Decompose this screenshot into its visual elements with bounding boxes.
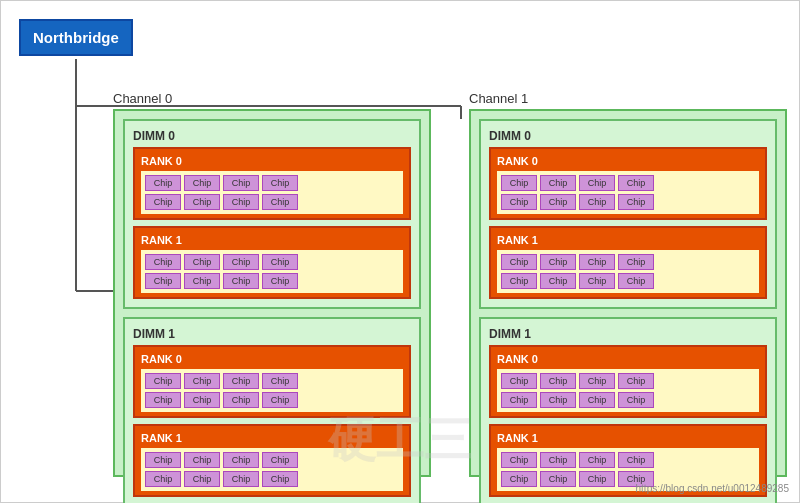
chip-row: Chip Chip Chip Chip xyxy=(501,194,755,210)
channel0-dimm0-rank1-label: RANK 1 xyxy=(141,234,403,246)
chip: Chip xyxy=(618,254,654,270)
chip: Chip xyxy=(184,452,220,468)
channel1-dimm1-rank0: RANK 0 Chip Chip Chip Chip Chip Chip Chi… xyxy=(489,345,767,418)
channel0-dimm1-rank0-label: RANK 0 xyxy=(141,353,403,365)
chip: Chip xyxy=(145,273,181,289)
channel1-dimm0-rank0: RANK 0 Chip Chip Chip Chip Chip Chip Chi… xyxy=(489,147,767,220)
channel0-label: Channel 0 xyxy=(113,91,172,106)
chip: Chip xyxy=(223,273,259,289)
chip: Chip xyxy=(618,452,654,468)
channel0-dimm0-rank0: RANK 0 Chip Chip Chip Chip Chip Chip Chi… xyxy=(133,147,411,220)
chip-row: Chip Chip Chip Chip xyxy=(501,175,755,191)
channel0-dimm1: DIMM 1 RANK 0 Chip Chip Chip Chip Chip C… xyxy=(123,317,421,503)
channel0-dimm1-rank1: RANK 1 Chip Chip Chip Chip Chip Chip Chi… xyxy=(133,424,411,497)
chip: Chip xyxy=(618,273,654,289)
channel1-dimm1-rank1-label: RANK 1 xyxy=(497,432,759,444)
chip: Chip xyxy=(184,273,220,289)
chip: Chip xyxy=(540,471,576,487)
chip: Chip xyxy=(262,471,298,487)
channel0-dimm0-rank1: RANK 1 Chip Chip Chip Chip Chip Chip Chi… xyxy=(133,226,411,299)
chip: Chip xyxy=(145,392,181,408)
chip: Chip xyxy=(184,392,220,408)
chip: Chip xyxy=(579,452,615,468)
chip-rows: Chip Chip Chip Chip Chip Chip Chip Chip xyxy=(497,171,759,214)
chip: Chip xyxy=(501,471,537,487)
chip: Chip xyxy=(579,254,615,270)
channel1-dimm1-label: DIMM 1 xyxy=(489,327,767,341)
chip-row: Chip Chip Chip Chip xyxy=(501,373,755,389)
chip: Chip xyxy=(145,452,181,468)
chip: Chip xyxy=(145,254,181,270)
channel1-dimm0-rank1-label: RANK 1 xyxy=(497,234,759,246)
chip: Chip xyxy=(262,452,298,468)
chip: Chip xyxy=(540,273,576,289)
chip: Chip xyxy=(540,392,576,408)
chip: Chip xyxy=(223,254,259,270)
chip-row: Chip Chip Chip Chip xyxy=(145,194,399,210)
channel1-label: Channel 1 xyxy=(469,91,528,106)
chip-row: Chip Chip Chip Chip xyxy=(145,175,399,191)
chip: Chip xyxy=(184,373,220,389)
northbridge-label: Northbridge xyxy=(33,29,119,46)
chip-rows: Chip Chip Chip Chip Chip Chip Chip Chip xyxy=(141,250,403,293)
chip: Chip xyxy=(579,175,615,191)
chip: Chip xyxy=(579,471,615,487)
chip: Chip xyxy=(540,194,576,210)
chip: Chip xyxy=(579,273,615,289)
northbridge-box: Northbridge xyxy=(19,19,133,56)
channel1-dimm0-rank0-label: RANK 0 xyxy=(497,155,759,167)
channel1-dimm1: DIMM 1 RANK 0 Chip Chip Chip Chip Chip C… xyxy=(479,317,777,503)
chip: Chip xyxy=(540,452,576,468)
chip: Chip xyxy=(579,392,615,408)
chip: Chip xyxy=(262,373,298,389)
chip: Chip xyxy=(540,175,576,191)
chip-row: Chip Chip Chip Chip xyxy=(145,254,399,270)
url-text: https://blog.csdn.net/u0012489285 xyxy=(636,483,789,494)
chip: Chip xyxy=(223,194,259,210)
chip-row: Chip Chip Chip Chip xyxy=(501,273,755,289)
chip: Chip xyxy=(618,194,654,210)
chip: Chip xyxy=(262,392,298,408)
chip-row: Chip Chip Chip Chip xyxy=(145,471,399,487)
chip: Chip xyxy=(501,175,537,191)
channel1-dimm1-rank0-label: RANK 0 xyxy=(497,353,759,365)
chip: Chip xyxy=(223,373,259,389)
channel0-dimm0-label: DIMM 0 xyxy=(133,129,411,143)
chip: Chip xyxy=(618,392,654,408)
chip-rows: Chip Chip Chip Chip Chip Chip Chip Chip xyxy=(141,369,403,412)
chip: Chip xyxy=(184,194,220,210)
chip: Chip xyxy=(184,175,220,191)
chip: Chip xyxy=(501,392,537,408)
chip-row: Chip Chip Chip Chip xyxy=(501,392,755,408)
chip: Chip xyxy=(145,175,181,191)
channel0-container: DIMM 0 RANK 0 Chip Chip Chip Chip Chip C… xyxy=(113,109,431,477)
chip: Chip xyxy=(501,273,537,289)
channel0-dimm0: DIMM 0 RANK 0 Chip Chip Chip Chip Chip C… xyxy=(123,119,421,309)
chip: Chip xyxy=(223,471,259,487)
channel1-dimm0: DIMM 0 RANK 0 Chip Chip Chip Chip Chip C… xyxy=(479,119,777,309)
chip: Chip xyxy=(540,254,576,270)
chip-row: Chip Chip Chip Chip xyxy=(501,254,755,270)
channel1-container: DIMM 0 RANK 0 Chip Chip Chip Chip Chip C… xyxy=(469,109,787,477)
chip: Chip xyxy=(145,471,181,487)
chip: Chip xyxy=(145,194,181,210)
chip: Chip xyxy=(501,194,537,210)
chip: Chip xyxy=(501,254,537,270)
chip: Chip xyxy=(262,254,298,270)
chip: Chip xyxy=(184,254,220,270)
chip: Chip xyxy=(223,392,259,408)
chip-row: Chip Chip Chip Chip xyxy=(145,452,399,468)
chip-rows: Chip Chip Chip Chip Chip Chip Chip Chip xyxy=(497,369,759,412)
channel1-dimm0-rank1: RANK 1 Chip Chip Chip Chip Chip Chip Chi… xyxy=(489,226,767,299)
chip: Chip xyxy=(262,175,298,191)
chip: Chip xyxy=(618,175,654,191)
chip: Chip xyxy=(262,194,298,210)
chip-rows: Chip Chip Chip Chip Chip Chip Chip Chip xyxy=(141,448,403,491)
channel0-dimm0-rank0-label: RANK 0 xyxy=(141,155,403,167)
chip-rows: Chip Chip Chip Chip Chip Chip Chip Chip xyxy=(497,250,759,293)
channel0-dimm1-rank0: RANK 0 Chip Chip Chip Chip Chip Chip Chi… xyxy=(133,345,411,418)
chip: Chip xyxy=(223,175,259,191)
chip: Chip xyxy=(618,373,654,389)
chip: Chip xyxy=(262,273,298,289)
chip: Chip xyxy=(145,373,181,389)
